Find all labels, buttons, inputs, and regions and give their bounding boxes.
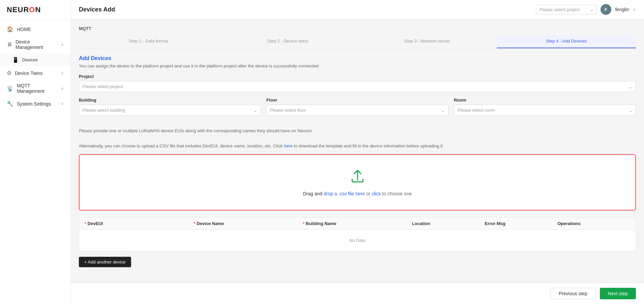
room-col: Room Please select room	[454, 98, 636, 121]
upload-area[interactable]: Drag and drop a .csv file here or click …	[79, 154, 636, 211]
devices-icon: 📱	[12, 57, 19, 63]
page-title: Devices Add	[79, 6, 115, 13]
col-device-name: Device Name	[194, 221, 303, 226]
device-management-icon: 🖥	[7, 42, 12, 48]
upload-text: Drag and drop a .csv file here or click …	[86, 191, 628, 196]
chevron-mqtt-icon: ∨	[61, 86, 64, 91]
mqtt-icon: 📡	[7, 85, 13, 92]
room-select[interactable]: Please select room	[454, 105, 636, 116]
next-step-button[interactable]: Next step	[600, 288, 636, 299]
sidebar-item-devices[interactable]: 📱 Devices	[0, 53, 70, 66]
col-building-name: Building Name	[303, 221, 412, 226]
sidebar: NEURON 🏠 HOME 🖥 Device Management ∧ 📱 De…	[0, 0, 71, 304]
chevron-dt-icon: ∨	[61, 71, 64, 75]
upload-icon	[86, 168, 628, 188]
building-label: Building	[79, 98, 261, 103]
floor-label: Floor	[266, 98, 448, 103]
footer: Previous step Next step	[71, 283, 644, 304]
chevron-system-icon: ∨	[61, 102, 64, 106]
building-col: Building Please select building	[79, 98, 261, 121]
csv-info-text: Alternatively, you can choose to upload …	[79, 143, 636, 151]
col-location: Location	[412, 221, 485, 226]
project-select-wrapper-form: Please select project	[79, 81, 636, 92]
topbar-right: Please select project F fenglin ∨	[536, 4, 636, 15]
floor-select[interactable]: Please select floor	[266, 105, 448, 116]
sidebar-item-device-management[interactable]: 🖥 Device Management ∧	[0, 36, 70, 53]
step-4[interactable]: Step 4 - Add Devices	[497, 35, 636, 48]
sidebar-item-home[interactable]: 🏠 HOME	[0, 23, 70, 36]
chevron-icon: ∧	[61, 43, 64, 47]
floor-col: Floor Please select floor	[266, 98, 448, 121]
add-another-device-button[interactable]: + Add another device	[79, 257, 131, 267]
col-error-msg: Error Msg	[485, 221, 557, 226]
col-operations: Operations	[557, 221, 630, 226]
csv-download-link[interactable]: here	[284, 143, 293, 148]
project-select-top[interactable]: Please select project	[536, 5, 596, 15]
eui-info-text: Please provide one or multiple LoRaWAN d…	[79, 128, 636, 136]
step-3[interactable]: Step 3 - Network server	[358, 35, 497, 48]
sidebar-item-home-label: HOME	[17, 27, 64, 32]
sidebar-item-device-twins[interactable]: ⚙ Device Twins ∨	[0, 66, 70, 80]
sidebar-item-devices-label: Devices	[22, 57, 64, 62]
device-twins-icon: ⚙	[7, 70, 11, 76]
sidebar-sub-devices: 📱 Devices	[0, 53, 70, 66]
sidebar-item-dm-label: Device Management	[16, 39, 58, 50]
building-select[interactable]: Please select building	[79, 105, 261, 116]
sidebar-nav: 🏠 HOME 🖥 Device Management ∧ 📱 Devices ⚙…	[0, 20, 70, 113]
previous-step-button[interactable]: Previous step	[550, 288, 596, 299]
sidebar-item-mqtt-label: MQTT Management	[17, 83, 58, 94]
project-label: Project	[79, 74, 636, 79]
sidebar-item-dt-label: Device Twins	[15, 71, 58, 76]
step-1[interactable]: Step 1 - Data format	[79, 35, 218, 48]
add-devices-title: Add Devices	[79, 55, 636, 61]
sidebar-item-mqtt[interactable]: 📡 MQTT Management ∨	[0, 80, 70, 97]
location-row: Building Please select building Floor Pl…	[79, 98, 636, 121]
logo: NEURON	[0, 0, 70, 20]
protocol-label: MQTT	[79, 26, 636, 31]
steps-row: Step 1 - Data format Step 2 - Device twi…	[79, 35, 636, 49]
topbar: Devices Add Please select project F feng…	[71, 0, 644, 19]
device-table: DevEUI Device Name Building Name Locatio…	[79, 217, 636, 251]
room-select-wrapper: Please select room	[454, 105, 636, 116]
content-area: MQTT Step 1 - Data format Step 2 - Devic…	[71, 19, 644, 283]
col-deveui: DevEUI	[85, 221, 194, 226]
main-content: Devices Add Please select project F feng…	[71, 0, 644, 304]
home-icon: 🏠	[7, 26, 13, 32]
user-name: fenglin	[615, 7, 629, 12]
sidebar-item-system[interactable]: 🔧 System Settings ∨	[0, 97, 70, 110]
user-chevron-icon: ∨	[633, 7, 636, 12]
table-header: DevEUI Device Name Building Name Locatio…	[79, 218, 636, 230]
add-devices-desc: You can assign the device to the platfor…	[79, 63, 636, 68]
system-icon: 🔧	[7, 101, 13, 107]
project-select-form[interactable]: Please select project	[79, 81, 636, 92]
step-2[interactable]: Step 2 - Device twins	[218, 35, 357, 48]
table-empty: No Data	[79, 230, 636, 251]
sidebar-item-system-label: System Settings	[17, 101, 58, 107]
building-select-wrapper: Please select building	[79, 105, 261, 116]
room-label: Room	[454, 98, 636, 103]
avatar: F	[601, 4, 611, 15]
floor-select-wrapper: Please select floor	[266, 105, 448, 116]
project-select-wrapper: Please select project	[536, 5, 596, 15]
